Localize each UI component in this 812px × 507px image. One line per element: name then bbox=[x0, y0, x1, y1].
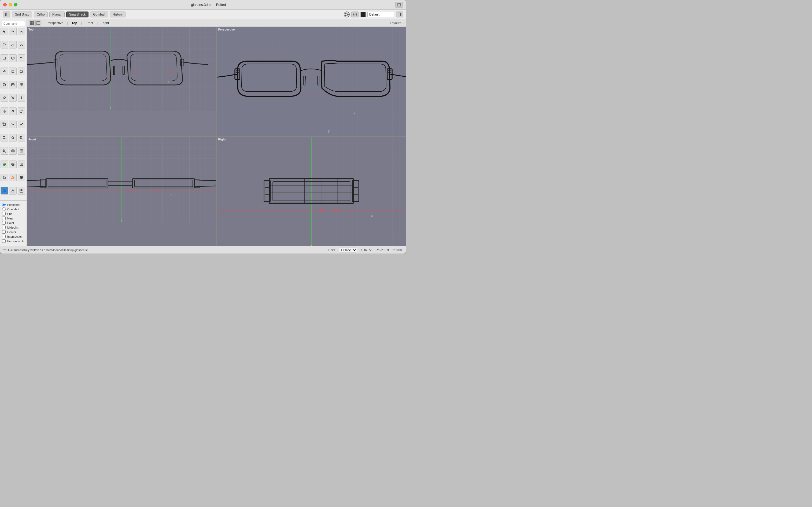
gridsnap-button[interactable]: Grid Snap bbox=[12, 11, 32, 17]
scale-tool[interactable] bbox=[1, 121, 8, 128]
arc-tool[interactable] bbox=[18, 41, 25, 49]
viewport-front[interactable]: Front bbox=[27, 137, 216, 246]
lock-tool[interactable] bbox=[1, 174, 8, 181]
svg-point-11 bbox=[13, 32, 14, 32]
box-tool[interactable] bbox=[18, 67, 25, 75]
wheel-tool[interactable] bbox=[18, 174, 25, 181]
color-swatch-icon[interactable] bbox=[360, 12, 366, 17]
rect-tool[interactable] bbox=[1, 54, 8, 62]
mirror-tool[interactable] bbox=[9, 121, 17, 128]
snap-midpoint-checkbox[interactable] bbox=[2, 226, 6, 229]
single-view-icon[interactable] bbox=[35, 20, 41, 26]
snap-point-checkbox[interactable] bbox=[2, 221, 6, 225]
ring-tool[interactable] bbox=[9, 161, 17, 168]
tab-right[interactable]: Right bbox=[98, 21, 112, 25]
zoom-selected-tool[interactable] bbox=[18, 134, 25, 142]
object-properties-tool[interactable] bbox=[18, 161, 25, 168]
globe-tool[interactable] bbox=[1, 187, 8, 194]
close-button[interactable] bbox=[3, 3, 7, 6]
snap-intersection: Intersection bbox=[2, 235, 24, 238]
trim-tool[interactable] bbox=[9, 94, 17, 102]
svg-point-159 bbox=[321, 209, 323, 211]
svg-rect-53 bbox=[20, 150, 23, 152]
maximize-button[interactable] bbox=[14, 3, 17, 6]
checkmark-tool[interactable] bbox=[18, 121, 25, 128]
fullscreen-icon[interactable] bbox=[395, 2, 403, 8]
gumball2-tool[interactable] bbox=[9, 107, 17, 115]
brush-tool[interactable] bbox=[9, 41, 17, 49]
edit-tool[interactable] bbox=[1, 94, 8, 102]
snap-intersection-checkbox[interactable] bbox=[2, 235, 6, 238]
tab-top[interactable]: Top bbox=[68, 21, 81, 25]
target-icon[interactable] bbox=[351, 11, 359, 17]
viewport-perspective[interactable]: Perspective bbox=[217, 27, 406, 136]
snap-center-checkbox[interactable] bbox=[2, 230, 6, 234]
history-button[interactable]: History bbox=[110, 11, 125, 17]
points-tool[interactable] bbox=[9, 28, 17, 35]
surface-tool[interactable] bbox=[1, 67, 8, 75]
mesh-tool[interactable] bbox=[18, 81, 25, 89]
svg-text:x: x bbox=[170, 194, 171, 197]
command-input[interactable] bbox=[2, 21, 25, 26]
snap-near: Near bbox=[2, 217, 24, 220]
freeform-tool[interactable] bbox=[18, 54, 25, 62]
ortho-button[interactable]: Ortho bbox=[34, 11, 48, 17]
svg-rect-79 bbox=[30, 23, 32, 25]
move-tool[interactable] bbox=[1, 107, 8, 115]
display-mode-input[interactable] bbox=[367, 12, 394, 17]
gumball-button[interactable]: Gumball bbox=[90, 11, 108, 17]
lasso-tool[interactable] bbox=[1, 41, 8, 49]
car-tool[interactable] bbox=[9, 147, 17, 155]
sphere-tool[interactable] bbox=[1, 81, 8, 89]
texture-tool[interactable] bbox=[18, 147, 25, 155]
svg-rect-61 bbox=[3, 177, 5, 179]
svg-rect-8 bbox=[400, 13, 401, 16]
svg-rect-1 bbox=[5, 13, 6, 16]
snap-persistent-radio[interactable] bbox=[2, 203, 6, 206]
layout-tool[interactable] bbox=[18, 187, 25, 194]
svg-point-89 bbox=[134, 72, 135, 74]
snap-center-label: Center bbox=[7, 230, 16, 234]
planar-button[interactable]: Planar bbox=[49, 11, 65, 17]
right-panel-icon[interactable] bbox=[396, 11, 403, 17]
snap-near-checkbox[interactable] bbox=[2, 217, 6, 220]
panel-toggle-icon[interactable] bbox=[3, 11, 10, 17]
snap-end-checkbox[interactable] bbox=[2, 212, 6, 216]
svg-point-3 bbox=[345, 13, 348, 16]
grid-view-icon[interactable] bbox=[29, 20, 35, 26]
snap-perpendicular-checkbox[interactable] bbox=[2, 239, 6, 243]
svg-text:y: y bbox=[371, 214, 373, 218]
status-bar: File successfully written as /Users/leon… bbox=[0, 246, 406, 253]
snap-oneshot-radio[interactable] bbox=[2, 208, 6, 211]
polygon-tool[interactable] bbox=[9, 54, 17, 62]
traffic-lights bbox=[3, 3, 17, 6]
cylinder-tool[interactable] bbox=[9, 81, 17, 89]
zoom-window-tool[interactable] bbox=[9, 134, 17, 142]
color-tool[interactable] bbox=[1, 161, 8, 168]
rotate-tool[interactable] bbox=[18, 107, 25, 115]
svg-rect-18 bbox=[20, 71, 22, 73]
zoom-pan-tool[interactable] bbox=[1, 147, 8, 155]
triangle-tool[interactable] bbox=[9, 174, 17, 181]
extrude-tool[interactable] bbox=[9, 67, 17, 75]
info-tool[interactable] bbox=[9, 187, 17, 194]
select-tool[interactable] bbox=[1, 28, 8, 35]
snap-oneshot-label: One shot bbox=[7, 208, 19, 211]
text-tool[interactable] bbox=[18, 94, 25, 102]
svg-point-30 bbox=[12, 110, 14, 112]
zoom-tool[interactable] bbox=[1, 134, 8, 142]
circle-icon[interactable] bbox=[344, 11, 350, 17]
cplane-select[interactable]: CPlane bbox=[339, 247, 357, 252]
viewport-top[interactable]: Top bbox=[27, 27, 216, 136]
snap-panel: Persistent One shot End Near Point bbox=[0, 201, 27, 246]
tab-front[interactable]: Front bbox=[82, 21, 96, 25]
viewport-right[interactable]: Right bbox=[217, 137, 406, 246]
svg-marker-15 bbox=[11, 57, 14, 59]
smarttrack-button[interactable]: SmartTrack bbox=[66, 11, 89, 17]
minimize-button[interactable] bbox=[9, 3, 12, 6]
layouts-button[interactable]: Layouts... bbox=[390, 21, 404, 25]
curve-tool[interactable] bbox=[18, 28, 25, 35]
snap-intersection-label: Intersection bbox=[7, 235, 22, 238]
tab-perspective[interactable]: Perspective bbox=[43, 21, 66, 25]
svg-line-48 bbox=[5, 152, 6, 153]
